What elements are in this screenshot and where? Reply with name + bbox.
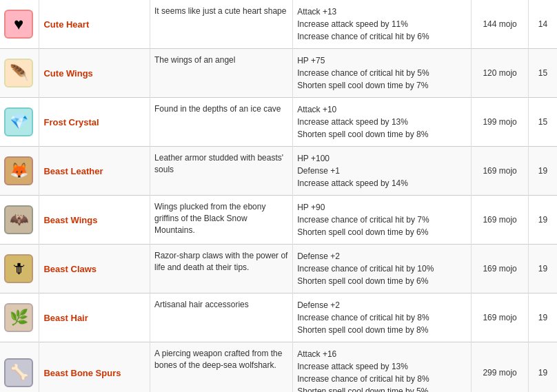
item-description: A piercing weapon crafted from the bones… <box>150 342 293 393</box>
item-icon-beast-hair: 🌿 <box>4 303 33 332</box>
item-level: 19 <box>529 245 557 293</box>
item-level: 19 <box>529 342 557 393</box>
table-row: ♥Cute HeartIt seems like just a cute hea… <box>0 0 557 49</box>
table-row: 🦇Beast WingsWings plucked from the ebony… <box>0 196 557 245</box>
item-icon-cell: ♥ <box>0 0 39 49</box>
stat-line: Increase chance of critical hit by 8% <box>297 373 467 385</box>
item-icon-cell: 🦇 <box>0 196 39 245</box>
item-stats: Defense +2Increase chance of critical hi… <box>293 293 472 342</box>
stat-line: Shorten spell cool down time by 7% <box>297 79 467 92</box>
item-level: 19 <box>529 147 557 196</box>
item-name[interactable]: Beast Leather <box>39 147 150 196</box>
item-price: 169 mojo <box>472 245 529 293</box>
stat-line: Increase chance of critical hit by 7% <box>297 214 467 226</box>
item-icon-beast-wings: 🦇 <box>4 205 33 234</box>
item-price: 299 mojo <box>472 342 529 393</box>
item-name[interactable]: Beast Hair <box>39 293 150 342</box>
item-description: Leather armor studded with beasts' souls <box>150 147 293 196</box>
item-level: 14 <box>529 0 557 49</box>
item-price: 169 mojo <box>472 196 529 245</box>
item-price: 120 mojo <box>472 49 529 98</box>
item-price: 169 mojo <box>472 147 529 196</box>
stat-line: Increase chance of critical hit by 5% <box>297 67 467 79</box>
stat-line: Shorten spell cool down time by 8% <box>297 128 467 141</box>
item-description: Artisanal hair accessories <box>150 293 293 342</box>
stat-line: Shorten spell cool down time by 8% <box>297 324 467 336</box>
stat-line: Attack +13 <box>297 6 467 18</box>
table-row: 🪶Cute WingsThe wings of an angelHP +75In… <box>0 49 557 98</box>
table-row: 🗡Beast ClawsRazor-sharp claws with the p… <box>0 245 557 293</box>
stat-line: Increase chance of critical hit by 10% <box>297 262 467 275</box>
item-stats: Attack +13Increase attack speed by 11%In… <box>293 0 472 49</box>
item-description: Razor-sharp claws with the power of life… <box>150 245 293 293</box>
stat-line: Attack +10 <box>297 103 467 116</box>
item-level: 19 <box>529 196 557 245</box>
stat-line: Defense +2 <box>297 299 467 311</box>
item-icon-beast-leather: 🦊 <box>4 156 33 185</box>
item-icon-cell: 🗡 <box>0 245 39 293</box>
item-description: It seems like just a cute heart shape <box>150 0 293 49</box>
item-level: 15 <box>529 49 557 98</box>
table-row: 🦊Beast LeatherLeather armor studded with… <box>0 147 557 196</box>
item-price: 199 mojo <box>472 98 529 147</box>
item-description: The wings of an angel <box>150 49 293 98</box>
item-icon-cell: 💎 <box>0 98 39 147</box>
item-name[interactable]: Beast Claws <box>39 245 150 293</box>
item-name[interactable]: Cute Wings <box>39 49 150 98</box>
stat-line: Increase attack speed by 14% <box>297 177 467 189</box>
item-icon-cute-wings: 🪶 <box>4 59 33 87</box>
item-name[interactable]: Cute Heart <box>39 0 150 49</box>
item-icon-cell: 🌿 <box>0 293 39 342</box>
item-icon-cell: 🪶 <box>0 49 39 98</box>
stat-line: Attack +16 <box>297 348 467 360</box>
item-stats: HP +90Increase chance of critical hit by… <box>293 196 472 245</box>
item-stats: HP +75Increase chance of critical hit by… <box>293 49 472 98</box>
stat-line: Increase attack speed by 11% <box>297 18 467 30</box>
item-description: Wings plucked from the ebony griffins of… <box>150 196 293 245</box>
stat-line: HP +90 <box>297 201 467 214</box>
stat-line: Increase attack speed by 13% <box>297 360 467 373</box>
item-stats: Attack +10Increase attack speed by 13%Sh… <box>293 98 472 147</box>
item-name[interactable]: Beast Wings <box>39 196 150 245</box>
stat-line: Shorten spell cool down time by 6% <box>297 275 467 287</box>
stat-line: Shorten spell cool down time by 5% <box>297 385 467 392</box>
item-stats: Attack +16Increase attack speed by 13%In… <box>293 342 472 393</box>
item-icon-cute-heart: ♥ <box>4 10 33 39</box>
stat-line: Shorten spell cool down time by 6% <box>297 226 467 238</box>
stat-line: Increase attack speed by 13% <box>297 116 467 128</box>
item-icon-cell: 🦊 <box>0 147 39 196</box>
stat-line: Defense +1 <box>297 165 467 177</box>
item-level: 19 <box>529 293 557 342</box>
items-table: ♥Cute HeartIt seems like just a cute hea… <box>0 0 557 392</box>
item-price: 144 mojo <box>472 0 529 49</box>
stat-line: Defense +2 <box>297 250 467 262</box>
stat-line: Increase chance of critical hit by 6% <box>297 30 467 43</box>
item-stats: HP +100Defense +1Increase attack speed b… <box>293 147 472 196</box>
item-level: 15 <box>529 98 557 147</box>
table-row: 🦴Beast Bone SpursA piercing weapon craft… <box>0 342 557 393</box>
item-description: Found in the depths of an ice cave <box>150 98 293 147</box>
item-icon-frost-crystal: 💎 <box>4 107 33 136</box>
item-name[interactable]: Frost Crystal <box>39 98 150 147</box>
table-row: 🌿Beast HairArtisanal hair accessoriesDef… <box>0 293 557 342</box>
item-icon-cell: 🦴 <box>0 342 39 393</box>
item-stats: Defense +2Increase chance of critical hi… <box>293 245 472 293</box>
table-row: 💎Frost CrystalFound in the depths of an … <box>0 98 557 147</box>
item-icon-beast-claws: 🗡 <box>4 254 33 283</box>
item-name[interactable]: Beast Bone Spurs <box>39 342 150 393</box>
stat-line: Increase chance of critical hit by 8% <box>297 311 467 324</box>
item-icon-beast-bone-spurs: 🦴 <box>4 358 33 387</box>
item-price: 169 mojo <box>472 293 529 342</box>
stat-line: HP +75 <box>297 54 467 67</box>
stat-line: HP +100 <box>297 152 467 165</box>
